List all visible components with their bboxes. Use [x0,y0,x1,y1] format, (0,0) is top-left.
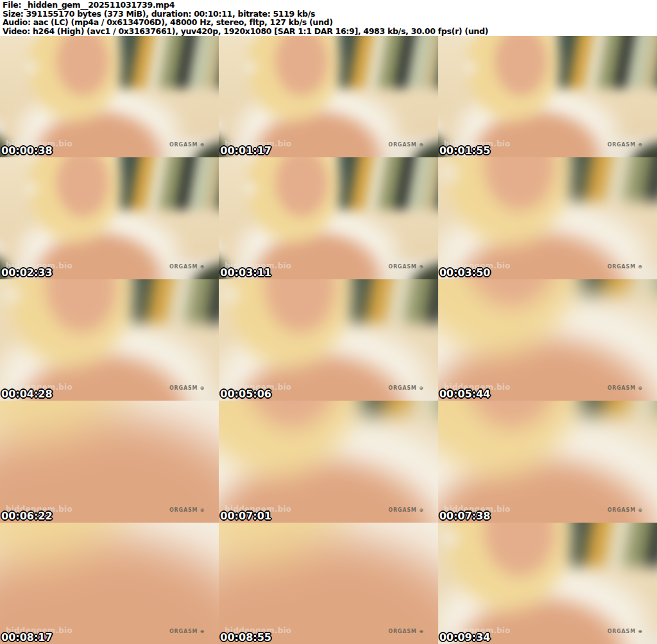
timestamp-overlay: 00:09:34 [439,632,491,643]
scene-overlay-text: ORGASM ⊕ [608,264,643,270]
video-frame-thumbnail: ORGASM ⊕ hiddengem.bio links 00:02:33 [0,157,219,279]
timestamp-overlay: 00:02:33 [1,268,53,278]
scene-overlay-text: ORGASM ⊕ [169,142,205,148]
timestamp-overlay: 00:01:55 [439,146,491,156]
scene-overlay-text: ORGASM ⊕ [169,385,205,391]
scene-overlay-text: ORGASM ⊕ [608,385,643,391]
size-line: Size: 391155170 bytes (373 MiB), duratio… [3,10,657,19]
scene-overlay-text: ORGASM ⊕ [608,142,643,148]
video-frame-thumbnail: ORGASM ⊕ hiddengem.bio links 00:04:28 [0,279,219,401]
video-frame-thumbnail: ORGASM ⊕ hiddengem.bio links 00:07:38 [438,401,657,522]
video-frame-thumbnail: ORGASM ⊕ hiddengem.bio links 00:01:17 [219,36,438,157]
thumbnail-grid: ORGASM ⊕ hiddengem.bio links 00:00:38 OR… [0,36,657,644]
timestamp-overlay: 00:03:50 [439,268,491,278]
timestamp-overlay: 00:08:55 [220,632,271,643]
timestamp-overlay: 00:07:38 [439,511,491,521]
file-name-line: File: _hidden_gem__202511031739.mp4 [3,1,657,10]
scene-overlay-text: ORGASM ⊕ [388,507,423,513]
timestamp-overlay: 00:01:17 [220,146,271,156]
scene-overlay-text: ORGASM ⊕ [608,507,643,513]
timestamp-overlay: 00:04:28 [1,389,53,399]
scene-overlay-text: ORGASM ⊕ [388,264,423,270]
media-info-header: File: _hidden_gem__202511031739.mp4 Size… [0,0,657,36]
video-codec-line: Video: h264 (High) (avc1 / 0x31637661), … [3,27,657,36]
video-frame-thumbnail: ORGASM ⊕ hiddengem.bio links 00:05:06 [219,279,438,401]
scene-overlay-text: ORGASM ⊕ [169,507,205,513]
video-frame-thumbnail: ORGASM ⊕ hiddengem.bio links 00:07:01 [219,401,438,522]
timestamp-overlay: 00:07:01 [220,511,271,521]
scene-overlay-text: ORGASM ⊕ [169,629,205,634]
scene-overlay-text: ORGASM ⊕ [388,629,423,634]
timestamp-overlay: 00:05:44 [439,389,491,399]
audio-codec-line: Audio: aac (LC) (mp4a / 0x6134706D), 480… [3,18,657,27]
scene-overlay-text: ORGASM ⊕ [608,629,643,634]
timestamp-overlay: 00:03:11 [220,268,271,278]
video-frame-thumbnail: ORGASM ⊕ hiddengem.bio links 00:03:11 [219,157,438,279]
video-frame-thumbnail: ORGASM ⊕ hiddengem.bio links 00:06:22 [0,401,219,522]
video-frame-thumbnail: ORGASM ⊕ hiddengem.bio links 00:05:44 [438,279,657,401]
video-frame-thumbnail: ORGASM ⊕ hiddengem.bio links 00:00:38 [0,36,219,157]
video-frame-thumbnail: ORGASM ⊕ hiddengem.bio links 00:09:34 [438,523,657,644]
timestamp-overlay: 00:00:38 [1,146,53,156]
scene-overlay-text: ORGASM ⊕ [169,264,205,270]
video-frame-thumbnail: ORGASM ⊕ hiddengem.bio links 00:08:17 [0,523,219,644]
video-frame-thumbnail: ORGASM ⊕ hiddengem.bio links 00:08:55 [219,523,438,644]
timestamp-overlay: 00:05:06 [220,389,271,399]
timestamp-overlay: 00:06:22 [1,511,53,521]
timestamp-overlay: 00:08:17 [1,632,53,643]
scene-overlay-text: ORGASM ⊕ [388,385,423,391]
video-frame-thumbnail: ORGASM ⊕ hiddengem.bio links 00:03:50 [438,157,657,279]
video-frame-thumbnail: ORGASM ⊕ hiddengem.bio links 00:01:55 [438,36,657,157]
scene-overlay-text: ORGASM ⊕ [388,142,423,148]
